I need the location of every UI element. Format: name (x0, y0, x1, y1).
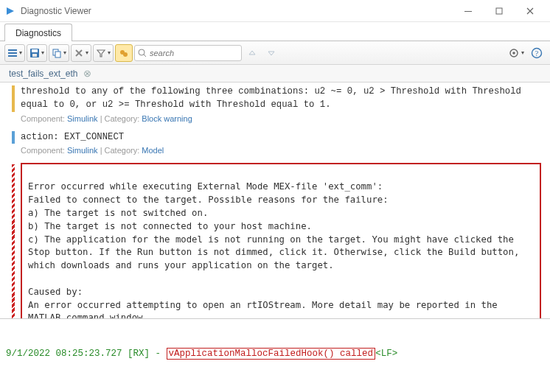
console-rx: [RX] (128, 349, 150, 359)
svg-text:?: ? (535, 49, 539, 57)
meta-row: Component: Simulink | Category: Block wa… (7, 113, 543, 125)
minimize-button[interactable] (453, 0, 484, 22)
console-line: 9/1/2022 08:25:23.727 [RX] - vApplicatio… (6, 349, 544, 359)
svg-point-16 (512, 52, 515, 55)
copy-button[interactable]: ▾ (49, 44, 69, 62)
filter-button[interactable]: ▾ (93, 44, 114, 62)
svg-rect-3 (8, 49, 17, 51)
category-link[interactable]: Block warning (142, 114, 192, 123)
category-link[interactable]: Model (142, 146, 164, 155)
tab-diagnostics[interactable]: Diagnostics (4, 24, 72, 41)
toolbar: ▾ ▾ ▾ ▾ ▾ ▾ (0, 41, 550, 65)
diagnostics-content[interactable]: threshold to any of the following three … (0, 83, 550, 318)
file-tab-label: test_fails_ext_eth (9, 69, 77, 79)
close-button[interactable] (515, 0, 546, 22)
close-icon[interactable]: ⊗ (83, 69, 91, 78)
chevron-down-icon: ▾ (108, 49, 111, 56)
warning-text: threshold to any of the following three … (21, 85, 543, 112)
svg-rect-5 (8, 55, 17, 57)
chevron-down-icon: ▾ (63, 49, 66, 56)
clear-button[interactable]: ▾ (71, 44, 91, 62)
error-text: Error occurred while executing External … (28, 181, 519, 318)
chevron-down-icon: ▾ (41, 49, 44, 56)
info-entry: action: EXT_CONNECT (7, 131, 543, 144)
window-title: Diagnostic Viewer (21, 6, 91, 16)
chevron-down-icon: ▾ (86, 49, 88, 56)
severity-bar-warn (12, 85, 15, 112)
settings-button[interactable]: ▾ (506, 44, 526, 62)
console-lf: <LF> (375, 349, 397, 359)
svg-rect-2 (496, 8, 502, 14)
svg-rect-8 (32, 54, 37, 57)
maximize-button[interactable] (484, 0, 515, 22)
error-entry: Error occurred while executing External … (21, 163, 541, 318)
severity-bar-error (12, 164, 15, 318)
chevron-down-icon: ▾ (521, 49, 524, 56)
window-controls (453, 0, 546, 22)
component-link[interactable]: Simulink (67, 114, 98, 123)
list-view-button[interactable]: ▾ (4, 44, 25, 62)
severity-bar-info (12, 131, 15, 144)
file-tab[interactable]: test_fails_ext_eth ⊗ (4, 67, 96, 80)
help-button[interactable]: ? (528, 44, 546, 62)
search-icon (138, 49, 147, 57)
console-area: 9/1/2022 08:25:23.727 [RX] - vApplicatio… (0, 318, 550, 366)
search-box[interactable] (134, 45, 242, 61)
file-tab-row: test_fails_ext_eth ⊗ (0, 65, 550, 83)
svg-marker-0 (7, 7, 14, 15)
info-text: action: EXT_CONNECT (21, 131, 543, 144)
titlebar: Diagnostic Viewer (0, 0, 550, 22)
svg-point-12 (123, 52, 128, 57)
svg-point-13 (139, 49, 145, 55)
component-link[interactable]: Simulink (67, 146, 98, 155)
highlight-button[interactable] (115, 44, 133, 62)
console-hook: vApplicationMallocFailedHook() called (167, 348, 376, 360)
svg-rect-10 (55, 52, 60, 57)
warning-entry: threshold to any of the following three … (7, 85, 543, 112)
meta-row: Component: Simulink | Category: Model (7, 145, 543, 157)
nav-down-button[interactable] (262, 44, 280, 62)
main-tabs: Diagnostics (0, 22, 550, 41)
save-button[interactable]: ▾ (27, 44, 47, 62)
app-icon (4, 5, 16, 17)
svg-rect-1 (464, 11, 472, 12)
nav-up-button[interactable] (243, 44, 261, 62)
svg-rect-7 (32, 49, 38, 52)
svg-rect-4 (8, 52, 17, 54)
console-timestamp: 9/1/2022 08:25:23.727 (6, 349, 122, 359)
svg-line-14 (144, 55, 146, 57)
search-input[interactable] (150, 49, 238, 57)
chevron-down-icon: ▾ (19, 49, 22, 56)
